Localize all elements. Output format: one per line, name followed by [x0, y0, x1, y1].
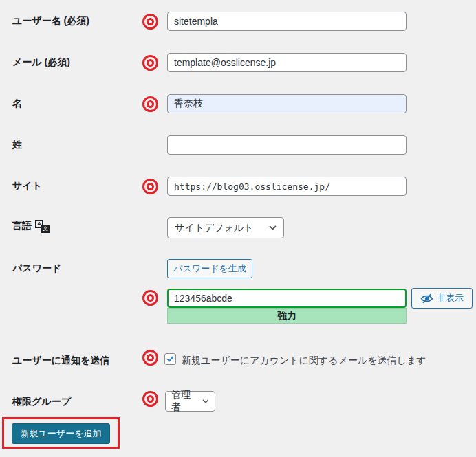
add-new-user-form: ユーザー名 (必須) メール (必須) 名 姓 サイト 言語 A 文 サイトデフ…: [0, 0, 476, 457]
chevron-down-icon: [202, 399, 209, 403]
send-notification-checkbox-text: 新規ユーザーにアカウントに関するメールを送信します: [182, 355, 426, 367]
last-name-input[interactable]: [167, 135, 407, 155]
required-marker-icon: [142, 55, 158, 71]
language-label: 言語: [12, 220, 32, 231]
required-marker-icon: [142, 179, 158, 194]
password-input[interactable]: [167, 289, 407, 308]
password-label: パスワード: [12, 263, 61, 274]
send-notification-checkbox[interactable]: [164, 353, 176, 365]
language-select-value: サイトデフォルト: [175, 222, 254, 234]
role-select[interactable]: 管理者: [165, 391, 215, 412]
last-name-label: 姓: [12, 139, 22, 150]
language-select[interactable]: サイトデフォルト: [167, 217, 284, 238]
email-label: メール (必須): [12, 56, 70, 67]
required-marker-icon: [142, 350, 158, 366]
password-strength-meter: 強力: [167, 308, 407, 324]
add-new-user-button[interactable]: 新規ユーザーを追加: [12, 423, 110, 444]
eye-off-icon: [420, 293, 433, 304]
required-marker-icon: [142, 391, 158, 407]
language-label-group: 言語 A 文: [12, 220, 50, 233]
generate-password-button[interactable]: パスワードを生成: [167, 259, 252, 278]
translation-icon: A 文: [35, 220, 50, 233]
role-label: 権限グループ: [12, 396, 71, 407]
username-input[interactable]: [167, 12, 407, 31]
send-notification-label: ユーザーに通知を送信: [12, 355, 109, 366]
first-name-label: 名: [12, 98, 22, 109]
website-input[interactable]: [167, 177, 407, 196]
hide-password-label: 非表示: [437, 292, 464, 304]
required-marker-icon: [142, 290, 158, 306]
required-marker-icon: [142, 14, 158, 30]
website-label: サイト: [12, 180, 42, 191]
chevron-down-icon: [269, 225, 277, 230]
required-marker-icon: [142, 96, 158, 112]
check-icon: [167, 355, 174, 361]
hide-password-button[interactable]: 非表示: [411, 288, 473, 309]
role-select-value: 管理者: [171, 389, 199, 414]
first-name-input[interactable]: [167, 94, 407, 113]
email-input[interactable]: [167, 53, 407, 72]
username-label: ユーザー名 (必須): [12, 15, 89, 26]
